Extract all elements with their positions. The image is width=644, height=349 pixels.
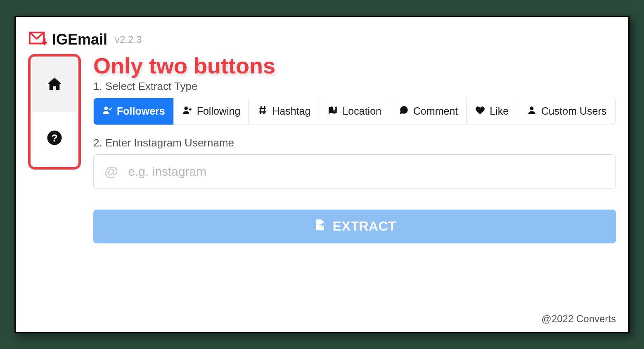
main-column: Only two buttons 1. Select Extract Type …	[93, 54, 616, 243]
tab-hashtag[interactable]: Hashtag	[249, 98, 319, 125]
help-icon: ?	[46, 129, 63, 148]
username-input-group: @	[93, 154, 616, 189]
tab-location[interactable]: Location	[319, 98, 390, 125]
tab-label: Custom Users	[541, 105, 606, 117]
tab-like[interactable]: Like	[466, 98, 517, 125]
tab-comment[interactable]: Comment	[390, 98, 466, 125]
svg-point-3	[104, 106, 108, 110]
svg-point-6	[530, 106, 534, 110]
tab-label: Like	[490, 105, 509, 117]
extract-type-tabs: Followers Following Hashtag	[93, 98, 616, 125]
svg-point-4	[184, 106, 188, 110]
tab-custom-users[interactable]: Custom Users	[517, 98, 616, 125]
user-icon	[526, 105, 537, 118]
annotation-callout: Only two buttons	[93, 54, 616, 78]
tab-followers[interactable]: Followers	[94, 98, 174, 125]
version-label: v2.2.3	[115, 34, 142, 45]
file-export-icon	[313, 218, 326, 235]
map-pin-icon	[327, 105, 338, 118]
home-button[interactable]	[32, 58, 77, 112]
step1-label: 1. Select Extract Type	[93, 80, 616, 93]
header: IGEmail v2.2.3	[28, 29, 616, 50]
tab-label: Comment	[413, 105, 458, 117]
at-prefix: @	[104, 163, 118, 179]
tab-label: Followers	[117, 105, 165, 117]
user-plus-icon	[182, 105, 193, 118]
heart-icon	[475, 105, 485, 118]
tab-label: Following	[197, 105, 241, 117]
username-input[interactable]	[128, 165, 605, 179]
extract-button[interactable]: EXTRACT	[93, 210, 616, 243]
hashtag-icon	[257, 105, 268, 118]
footer-copyright: @2022 Converts	[542, 313, 616, 325]
tab-following[interactable]: Following	[174, 98, 249, 125]
app-window: IGEmail v2.2.3 ? Only two buttons 1. Sel…	[14, 16, 630, 333]
mail-download-icon	[28, 29, 47, 50]
tab-label: Location	[342, 105, 381, 117]
comment-icon	[398, 105, 409, 118]
user-check-icon	[102, 105, 113, 118]
sidebar-highlight-box: ?	[28, 54, 81, 170]
svg-point-5	[333, 107, 336, 110]
step2-label: 2. Enter Instagram Username	[93, 137, 616, 149]
help-button[interactable]: ?	[32, 112, 77, 165]
tab-label: Hashtag	[272, 105, 310, 117]
app-title: IGEmail	[52, 31, 107, 48]
svg-text:?: ?	[52, 132, 58, 144]
home-icon	[46, 75, 63, 94]
extract-button-label: EXTRACT	[333, 219, 397, 234]
